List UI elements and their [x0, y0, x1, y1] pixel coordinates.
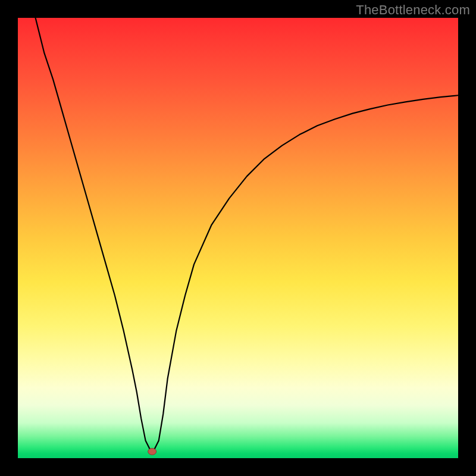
watermark-text: TheBottleneck.com — [356, 2, 470, 18]
bottleneck-curve — [36, 18, 458, 449]
plot-area — [18, 18, 458, 458]
chart-svg — [18, 18, 458, 458]
chart-frame: TheBottleneck.com — [0, 0, 476, 476]
minimum-marker-icon — [148, 448, 156, 455]
